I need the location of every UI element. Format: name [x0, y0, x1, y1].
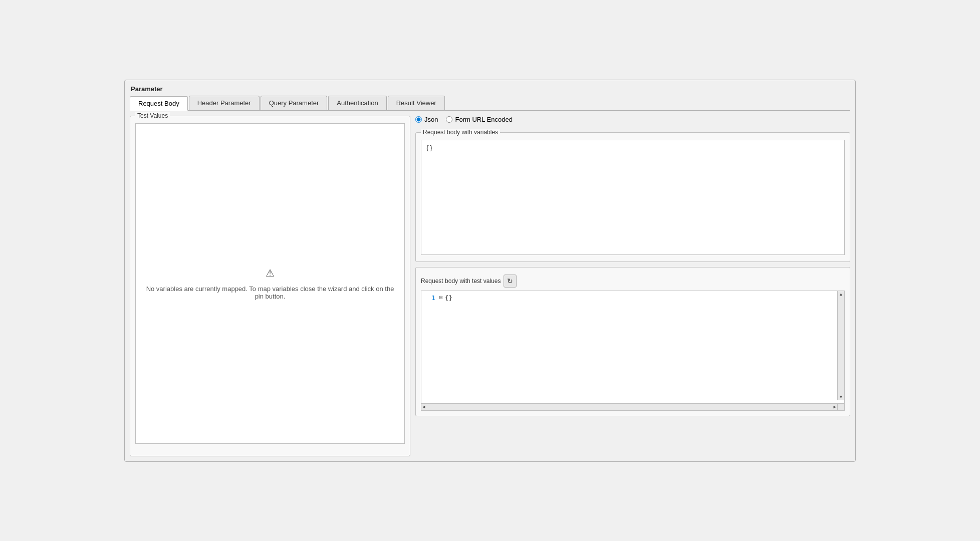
collapse-icon[interactable]: ⊟: [439, 294, 443, 301]
scroll-up-arrow[interactable]: ▲: [840, 292, 842, 297]
format-selector: Json Form URL Encoded: [415, 116, 850, 123]
vertical-scrollbar[interactable]: ▲ ▼: [837, 291, 844, 400]
code-viewer-inner: 1 ⊟ {}: [421, 291, 844, 305]
no-variables-message: ⚠ No variables are currently mapped. To …: [136, 257, 404, 310]
request-body-test-label: Request body with test values: [421, 278, 501, 285]
warning-icon: ⚠: [266, 267, 275, 279]
test-values-label: Test Values: [135, 112, 170, 119]
form-url-label: Form URL Encoded: [455, 116, 512, 123]
line-number: 1: [425, 294, 435, 302]
tab-result-viewer[interactable]: Result Viewer: [388, 96, 445, 110]
code-viewer[interactable]: 1 ⊟ {} ▲ ▼ ◀ ▶: [421, 291, 845, 411]
scroll-right-arrow[interactable]: ▶: [834, 404, 836, 409]
form-url-radio[interactable]: [446, 116, 452, 123]
test-values-group: Test Values ⚠ No variables are currently…: [130, 116, 410, 456]
right-panel: Json Form URL Encoded Request body with …: [415, 116, 850, 456]
tab-query-parameter[interactable]: Query Parameter: [261, 96, 328, 110]
test-values-content: ⚠ No variables are currently mapped. To …: [135, 123, 405, 444]
refresh-button[interactable]: ↻: [504, 275, 517, 288]
tab-request-body[interactable]: Request Body: [130, 96, 188, 111]
tab-header-parameter[interactable]: Header Parameter: [189, 96, 260, 110]
request-body-vars-label: Request body with variables: [421, 129, 500, 136]
tab-authentication[interactable]: Authentication: [328, 96, 386, 110]
scroll-left-arrow[interactable]: ◀: [422, 404, 425, 409]
tab-bar: Request Body Header Parameter Query Para…: [130, 96, 850, 111]
parameter-panel: Parameter Request Body Header Parameter …: [124, 80, 856, 462]
code-braces: {}: [445, 294, 453, 302]
request-body-test-group: Request body with test values ↻ 1 ⊟ {}: [415, 267, 850, 416]
scroll-down-arrow[interactable]: ▼: [840, 395, 842, 399]
form-url-radio-label[interactable]: Form URL Encoded: [446, 116, 512, 123]
json-label: Json: [424, 116, 438, 123]
panel-title: Parameter: [130, 85, 850, 93]
refresh-icon: ↻: [507, 277, 513, 285]
test-section-header: Request body with test values ↻: [421, 275, 845, 288]
json-radio-label[interactable]: Json: [415, 116, 438, 123]
horizontal-scrollbar[interactable]: ◀ ▶: [421, 403, 837, 410]
content-area: Test Values ⚠ No variables are currently…: [130, 116, 850, 456]
left-panel: Test Values ⚠ No variables are currently…: [130, 116, 410, 456]
request-body-vars-group: Request body with variables {}: [415, 132, 850, 262]
code-content: ⊟ {}: [439, 294, 452, 302]
json-radio[interactable]: [415, 116, 422, 123]
request-body-vars-textarea[interactable]: {}: [421, 140, 845, 255]
scrollbar-corner: [837, 403, 844, 410]
